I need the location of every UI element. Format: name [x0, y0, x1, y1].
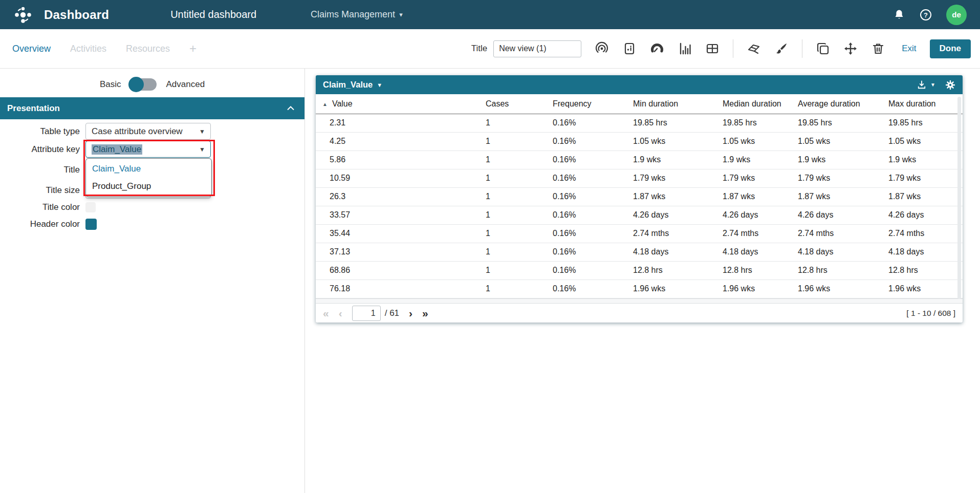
attribute-key-label: Attribute key — [0, 144, 80, 155]
cell-max-duration: 1.9 wks — [888, 151, 963, 169]
brush-icon[interactable] — [774, 41, 789, 56]
cell-frequency: 0.16% — [553, 206, 633, 224]
table-type-label: Table type — [0, 126, 80, 137]
radar-chart-icon[interactable] — [595, 41, 609, 56]
widget-title-label: Title — [0, 165, 80, 175]
user-avatar[interactable]: de — [946, 5, 967, 25]
table-row[interactable]: 68.86 1 0.16% 12.8 hrs 12.8 hrs 12.8 hrs… — [316, 261, 963, 280]
table-row[interactable]: 35.44 1 0.16% 2.74 mths 2.74 mths 2.74 m… — [316, 224, 963, 243]
tab-activities[interactable]: Activities — [70, 44, 106, 54]
vertical-scrollbar[interactable] — [957, 97, 961, 299]
header-color-swatch[interactable] — [85, 219, 97, 230]
help-icon[interactable]: ? — [920, 9, 932, 21]
cell-median-duration: 1.05 wks — [723, 132, 798, 151]
move-icon[interactable] — [843, 41, 858, 56]
previous-page-icon[interactable]: ‹ — [339, 308, 342, 318]
table-header-row: ▲Value Cases Frequency Min duration Medi… — [316, 94, 963, 114]
first-page-icon[interactable]: « — [323, 308, 329, 318]
cell-median-duration: 12.8 hrs — [723, 261, 798, 280]
table-row[interactable]: 37.13 1 0.16% 4.18 days 4.18 days 4.18 d… — [316, 243, 963, 261]
presentation-section-header[interactable]: Presentation — [0, 97, 304, 119]
horizontal-scrollbar[interactable] — [316, 298, 963, 304]
table-row[interactable]: 26.3 1 0.16% 1.87 wks 1.87 wks 1.87 wks … — [316, 187, 963, 206]
table-row[interactable]: 4.25 1 0.16% 1.05 wks 1.05 wks 1.05 wks … — [316, 132, 963, 151]
duplicate-icon[interactable] — [816, 41, 830, 56]
column-header-value[interactable]: ▲Value — [316, 94, 486, 114]
cell-cases: 1 — [486, 169, 553, 187]
add-tab-button[interactable]: + — [189, 41, 197, 56]
topbar: Dashboard Untitled dashboard Claims Mana… — [0, 0, 980, 29]
delete-icon[interactable] — [871, 41, 885, 56]
cell-median-duration: 4.18 days — [723, 243, 798, 261]
cell-max-duration: 1.96 wks — [888, 280, 963, 298]
download-icon[interactable] — [917, 80, 927, 90]
column-header-cases[interactable]: Cases — [486, 94, 553, 114]
sweep-icon[interactable] — [747, 41, 761, 56]
app-logo-icon[interactable] — [13, 5, 33, 25]
log-selector[interactable]: Claims Management ▾ — [311, 9, 403, 20]
table-row[interactable]: 10.59 1 0.16% 1.79 wks 1.79 wks 1.79 wks… — [316, 169, 963, 187]
column-header-max-duration[interactable]: Max duration — [888, 94, 963, 114]
notifications-bell-icon[interactable] — [893, 9, 905, 21]
table-row[interactable]: 5.86 1 0.16% 1.9 wks 1.9 wks 1.9 wks 1.9… — [316, 151, 963, 169]
chevron-up-icon — [287, 106, 294, 111]
basic-advanced-toggle[interactable] — [130, 78, 157, 91]
dropdown-option-claim-value[interactable]: Claim_Value — [86, 160, 211, 178]
column-header-frequency[interactable]: Frequency — [553, 94, 633, 114]
dashboard-app: Dashboard Untitled dashboard Claims Mana… — [0, 0, 980, 493]
column-header-min-duration[interactable]: Min duration — [633, 94, 723, 114]
cell-frequency: 0.16% — [553, 114, 633, 132]
settings-panel: Basic Advanced Presentation Table type C… — [0, 69, 305, 493]
tab-overview[interactable]: Overview — [12, 44, 51, 54]
header-color-row: Header color — [0, 219, 97, 230]
tab-resources[interactable]: Resources — [126, 44, 170, 54]
last-page-icon[interactable]: » — [422, 308, 428, 318]
table-type-select[interactable]: Case attribute overview ▼ — [85, 123, 211, 140]
chevron-down-icon: ▼ — [377, 82, 382, 88]
attribute-key-combobox[interactable]: Claim_Value ▼ — [85, 141, 211, 158]
chevron-down-icon[interactable]: ▼ — [930, 82, 935, 88]
widget-header-actions: ▼ — [917, 80, 955, 90]
dashboard-name[interactable]: Untitled dashboard — [170, 9, 256, 20]
header-color-label: Header color — [0, 219, 80, 229]
cell-min-duration: 2.74 mths — [633, 224, 723, 243]
pagination-bar: « ‹ / 61 › » [ 1 - 10 / 608 ] — [316, 304, 963, 323]
exit-button[interactable]: Exit — [902, 44, 916, 54]
table-widget-icon[interactable] — [705, 41, 720, 56]
attribute-key-dropdown: Claim_Value Product_Group — [85, 158, 212, 197]
cell-min-duration: 12.8 hrs — [633, 261, 723, 280]
cell-cases: 1 — [486, 280, 553, 298]
toolbar-actions: Title — [471, 39, 971, 58]
attribute-key-value: Claim_Value — [92, 144, 142, 155]
cell-average-duration: 4.18 days — [798, 243, 888, 261]
bar-chart-icon[interactable] — [678, 41, 692, 56]
next-page-icon[interactable]: › — [409, 308, 412, 318]
svg-text:?: ? — [924, 11, 928, 18]
cell-max-duration: 4.26 days — [888, 206, 963, 224]
column-header-median-duration[interactable]: Median duration — [723, 94, 798, 114]
dropdown-option-product-group[interactable]: Product_Group — [86, 178, 211, 195]
cell-frequency: 0.16% — [553, 151, 633, 169]
gauge-icon[interactable] — [650, 41, 664, 56]
kpi-widget-icon[interactable] — [622, 41, 637, 56]
cell-value: 2.31 — [316, 114, 486, 132]
cell-average-duration: 1.96 wks — [798, 280, 888, 298]
cell-max-duration: 19.85 hrs — [888, 114, 963, 132]
cell-max-duration: 1.79 wks — [888, 169, 963, 187]
table-row[interactable]: 2.31 1 0.16% 19.85 hrs 19.85 hrs 19.85 h… — [316, 114, 963, 132]
title-color-swatch[interactable] — [85, 202, 96, 212]
title-color-row: Title color — [0, 202, 96, 212]
column-header-average-duration[interactable]: Average duration — [798, 94, 888, 114]
table-row[interactable]: 33.57 1 0.16% 4.26 days 4.26 days 4.26 d… — [316, 206, 963, 224]
cell-min-duration: 19.85 hrs — [633, 114, 723, 132]
settings-gear-icon[interactable] — [945, 80, 955, 90]
page-number-input[interactable] — [352, 306, 381, 321]
basic-mode-label: Basic — [100, 79, 121, 90]
view-title-input[interactable] — [493, 40, 581, 57]
done-button[interactable]: Done — [930, 39, 971, 58]
view-toolbar: Overview Activities Resources + Title — [0, 29, 980, 69]
cell-cases: 1 — [486, 261, 553, 280]
cell-min-duration: 4.26 days — [633, 206, 723, 224]
widget-title[interactable]: Claim_Value — [323, 80, 373, 90]
table-row[interactable]: 76.18 1 0.16% 1.96 wks 1.96 wks 1.96 wks… — [316, 280, 963, 298]
